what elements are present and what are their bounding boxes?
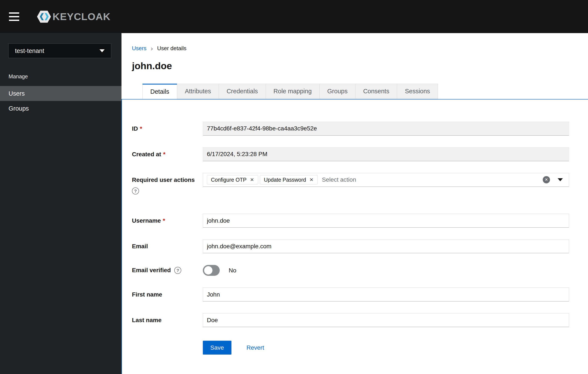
form-row-last-name: Last name — [132, 313, 569, 327]
multiselect-placeholder: Select action — [322, 176, 356, 183]
username-label: Username* — [132, 214, 203, 228]
chip-remove-icon[interactable]: ✕ — [250, 177, 254, 182]
email-field[interactable] — [203, 239, 569, 253]
form-row-email: Email — [132, 239, 569, 253]
brand-title: KEYCLOAK — [52, 11, 111, 22]
chevron-down-icon — [99, 49, 105, 52]
tabs: Details Attributes Credentials Role mapp… — [142, 84, 588, 99]
breadcrumb-current: User details — [157, 45, 186, 52]
first-name-label: First name — [132, 288, 203, 301]
details-tab-panel: ID* Created at* Required user actions — [122, 99, 588, 374]
tab-credentials[interactable]: Credentials — [219, 84, 266, 99]
help-icon[interactable]: ? — [132, 187, 139, 195]
sidebar: test-tenant Manage Users Groups — [0, 33, 122, 374]
tab-details[interactable]: Details — [142, 84, 177, 99]
hamburger-bar — [9, 20, 19, 21]
keycloak-logo-icon — [36, 9, 52, 24]
form-row-created-at: Created at* — [132, 147, 569, 161]
hamburger-bar — [9, 16, 19, 17]
hamburger-bar — [9, 12, 19, 14]
id-field[interactable] — [203, 122, 569, 135]
form-row-email-verified: Email verified ? No — [132, 265, 569, 276]
required-user-actions-multiselect[interactable]: Configure OTP ✕ Update Password ✕ Select… — [203, 173, 569, 187]
realm-selector[interactable]: test-tenant — [8, 43, 111, 58]
main-content: Users › User details john.doe Details At… — [122, 33, 588, 374]
clear-selection-icon[interactable]: ✕ — [543, 176, 550, 183]
email-verified-toggle[interactable] — [203, 265, 220, 276]
username-field[interactable] — [203, 214, 569, 228]
chip-remove-icon[interactable]: ✕ — [309, 177, 314, 182]
form-row-required-user-actions: Required user actions ? Configure OTP ✕ … — [132, 173, 569, 195]
tab-consents[interactable]: Consents — [355, 84, 397, 99]
nav-section-manage: Manage Users Groups — [0, 73, 122, 116]
email-verified-label: Email verified ? — [132, 267, 203, 274]
nav-section-label: Manage — [0, 73, 122, 86]
email-verified-state: No — [229, 267, 236, 274]
form-row-first-name: First name — [132, 288, 569, 301]
first-name-field[interactable] — [203, 288, 569, 301]
toggle-knob — [204, 266, 212, 275]
chevron-down-icon[interactable] — [558, 178, 563, 181]
realm-selector-value: test-tenant — [15, 47, 44, 54]
required-asterisk: * — [140, 125, 142, 132]
tab-attributes[interactable]: Attributes — [177, 84, 219, 99]
revert-button[interactable]: Revert — [246, 344, 264, 351]
id-label: ID* — [132, 122, 203, 135]
sidebar-item-label: Users — [9, 90, 25, 97]
sidebar-item-label: Groups — [9, 105, 29, 112]
help-icon[interactable]: ? — [174, 267, 181, 274]
last-name-label: Last name — [132, 313, 203, 327]
tab-sessions[interactable]: Sessions — [397, 84, 438, 99]
chip-configure-otp: Configure OTP ✕ — [207, 175, 258, 185]
breadcrumb: Users › User details — [132, 45, 588, 52]
required-user-actions-label: Required user actions ? — [132, 173, 203, 195]
required-asterisk: * — [163, 151, 166, 157]
created-at-field[interactable] — [203, 147, 569, 161]
form-row-id: ID* — [132, 122, 569, 135]
form-row-username: Username* — [132, 214, 569, 228]
page-title: john.doe — [132, 61, 588, 71]
email-label: Email — [132, 239, 203, 253]
tab-groups[interactable]: Groups — [319, 84, 356, 99]
nav-toggle-hamburger-icon[interactable] — [9, 9, 25, 25]
created-at-label: Created at* — [132, 147, 203, 161]
save-button[interactable]: Save — [203, 341, 231, 354]
last-name-field[interactable] — [203, 313, 569, 327]
form-actions: Save Revert — [132, 341, 569, 354]
app-layout: test-tenant Manage Users Groups Users › … — [0, 33, 588, 374]
masthead: KEYCLOAK — [0, 0, 588, 33]
breadcrumb-separator-icon: › — [151, 45, 153, 52]
required-asterisk: * — [163, 217, 165, 224]
breadcrumb-link-users[interactable]: Users — [132, 45, 147, 52]
sidebar-item-groups[interactable]: Groups — [0, 101, 122, 116]
sidebar-item-users[interactable]: Users — [0, 86, 122, 101]
brand: KEYCLOAK — [36, 9, 111, 24]
tab-role-mapping[interactable]: Role mapping — [266, 84, 320, 99]
chip-update-password: Update Password ✕ — [260, 175, 318, 185]
